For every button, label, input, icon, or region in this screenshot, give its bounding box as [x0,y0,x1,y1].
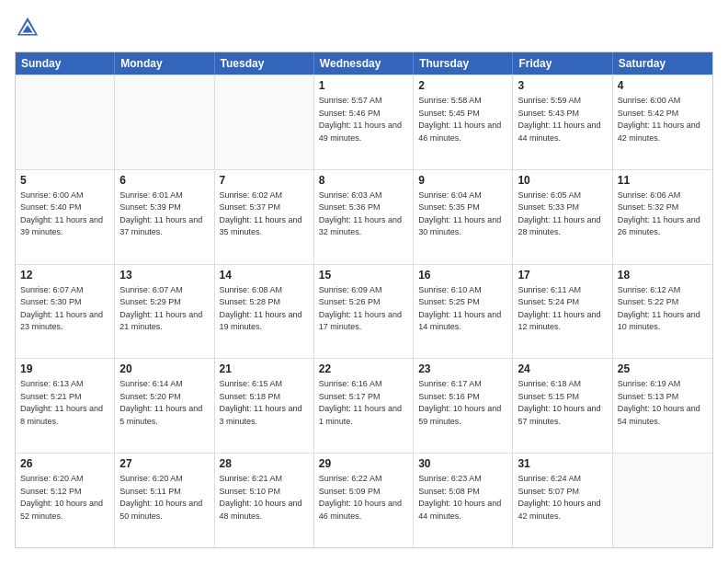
calendar-cell: 6Sunrise: 6:01 AMSunset: 5:39 PMDaylight… [115,170,214,264]
header-day-thursday: Thursday [414,52,513,75]
header-day-sunday: Sunday [16,52,115,75]
day-info: Sunrise: 6:04 AMSunset: 5:35 PMDaylight:… [418,190,507,239]
day-info: Sunrise: 6:21 AMSunset: 5:10 PMDaylight:… [220,473,309,523]
logo [15,15,44,40]
day-number: 18 [618,269,708,282]
day-info: Sunrise: 6:17 AMSunset: 5:16 PMDaylight:… [418,378,507,428]
day-number: 29 [319,457,408,470]
header-day-monday: Monday [115,52,214,75]
calendar-cell [215,75,314,169]
calendar-cell: 31Sunrise: 6:24 AMSunset: 5:07 PMDayligh… [513,454,612,547]
day-number: 11 [618,174,708,187]
calendar-cell: 25Sunrise: 6:19 AMSunset: 5:13 PMDayligh… [613,359,712,453]
calendar-cell: 19Sunrise: 6:13 AMSunset: 5:21 PMDayligh… [16,359,115,453]
day-info: Sunrise: 6:15 AMSunset: 5:18 PMDaylight:… [220,378,309,428]
day-info: Sunrise: 5:58 AMSunset: 5:45 PMDaylight:… [418,95,507,144]
calendar-cell: 13Sunrise: 6:07 AMSunset: 5:29 PMDayligh… [115,265,214,359]
day-number: 15 [319,269,408,282]
day-number: 25 [618,362,708,375]
day-number: 31 [518,457,607,470]
calendar-row-4: 26Sunrise: 6:20 AMSunset: 5:12 PMDayligh… [16,453,712,547]
day-info: Sunrise: 6:14 AMSunset: 5:20 PMDaylight:… [119,378,209,428]
calendar-row-2: 12Sunrise: 6:07 AMSunset: 5:30 PMDayligh… [16,264,712,359]
day-info: Sunrise: 6:22 AMSunset: 5:09 PMDaylight:… [319,473,408,523]
day-info: Sunrise: 6:07 AMSunset: 5:30 PMDaylight:… [20,284,109,334]
calendar-cell [16,75,115,169]
day-info: Sunrise: 6:13 AMSunset: 5:21 PMDaylight:… [20,378,109,428]
day-info: Sunrise: 6:20 AMSunset: 5:11 PMDaylight:… [119,473,209,523]
day-number: 26 [20,457,109,470]
calendar-row-3: 19Sunrise: 6:13 AMSunset: 5:21 PMDayligh… [16,358,712,453]
day-info: Sunrise: 5:59 AMSunset: 5:43 PMDaylight:… [518,95,607,144]
day-info: Sunrise: 6:18 AMSunset: 5:15 PMDaylight:… [518,378,607,428]
day-info: Sunrise: 6:08 AMSunset: 5:28 PMDaylight:… [220,284,309,334]
day-info: Sunrise: 6:09 AMSunset: 5:26 PMDaylight:… [319,284,408,334]
day-info: Sunrise: 6:03 AMSunset: 5:36 PMDaylight:… [319,190,408,239]
calendar-cell: 18Sunrise: 6:12 AMSunset: 5:22 PMDayligh… [613,265,712,359]
calendar-cell: 26Sunrise: 6:20 AMSunset: 5:12 PMDayligh… [16,454,115,547]
calendar-cell: 14Sunrise: 6:08 AMSunset: 5:28 PMDayligh… [215,265,314,359]
header [15,15,713,40]
calendar-cell: 24Sunrise: 6:18 AMSunset: 5:15 PMDayligh… [513,359,612,453]
day-info: Sunrise: 6:12 AMSunset: 5:22 PMDaylight:… [618,284,708,334]
calendar-cell: 20Sunrise: 6:14 AMSunset: 5:20 PMDayligh… [115,359,214,453]
header-day-friday: Friday [513,52,612,75]
day-number: 9 [418,174,507,187]
calendar-cell: 22Sunrise: 6:16 AMSunset: 5:17 PMDayligh… [314,359,414,453]
calendar-cell: 30Sunrise: 6:23 AMSunset: 5:08 PMDayligh… [414,454,513,547]
day-info: Sunrise: 6:00 AMSunset: 5:40 PMDaylight:… [20,190,109,239]
header-day-wednesday: Wednesday [314,52,414,75]
day-number: 24 [518,362,607,375]
day-info: Sunrise: 6:05 AMSunset: 5:33 PMDaylight:… [518,190,607,239]
day-info: Sunrise: 6:11 AMSunset: 5:24 PMDaylight:… [518,284,607,334]
calendar-cell [613,454,712,547]
calendar-cell: 28Sunrise: 6:21 AMSunset: 5:10 PMDayligh… [215,454,314,547]
calendar-cell: 21Sunrise: 6:15 AMSunset: 5:18 PMDayligh… [215,359,314,453]
day-number: 1 [319,79,408,92]
day-number: 8 [319,174,408,187]
day-number: 17 [518,269,607,282]
calendar-cell: 3Sunrise: 5:59 AMSunset: 5:43 PMDaylight… [513,75,612,169]
calendar-cell: 4Sunrise: 6:00 AMSunset: 5:42 PMDaylight… [613,75,712,169]
calendar-cell: 11Sunrise: 6:06 AMSunset: 5:32 PMDayligh… [613,170,712,264]
calendar-cell: 23Sunrise: 6:17 AMSunset: 5:16 PMDayligh… [414,359,513,453]
calendar-cell: 27Sunrise: 6:20 AMSunset: 5:11 PMDayligh… [115,454,214,547]
day-info: Sunrise: 6:10 AMSunset: 5:25 PMDaylight:… [418,284,507,334]
day-info: Sunrise: 6:06 AMSunset: 5:32 PMDaylight:… [618,190,708,239]
calendar-cell: 10Sunrise: 6:05 AMSunset: 5:33 PMDayligh… [513,170,612,264]
day-number: 20 [119,362,209,375]
page: SundayMondayTuesdayWednesdayThursdayFrid… [0,0,728,563]
day-number: 14 [220,269,309,282]
day-number: 13 [119,269,209,282]
calendar-cell: 9Sunrise: 6:04 AMSunset: 5:35 PMDaylight… [414,170,513,264]
day-info: Sunrise: 6:19 AMSunset: 5:13 PMDaylight:… [618,378,708,428]
calendar-cell [115,75,214,169]
calendar-header: SundayMondayTuesdayWednesdayThursdayFrid… [16,52,712,75]
header-day-tuesday: Tuesday [215,52,314,75]
calendar-cell: 15Sunrise: 6:09 AMSunset: 5:26 PMDayligh… [314,265,414,359]
day-number: 30 [418,457,507,470]
day-info: Sunrise: 5:57 AMSunset: 5:46 PMDaylight:… [319,95,408,144]
day-info: Sunrise: 6:02 AMSunset: 5:37 PMDaylight:… [220,190,309,239]
calendar-cell: 1Sunrise: 5:57 AMSunset: 5:46 PMDaylight… [314,75,414,169]
day-number: 22 [319,362,408,375]
calendar-cell: 17Sunrise: 6:11 AMSunset: 5:24 PMDayligh… [513,265,612,359]
calendar-row-1: 5Sunrise: 6:00 AMSunset: 5:40 PMDaylight… [16,169,712,264]
calendar-cell: 12Sunrise: 6:07 AMSunset: 5:30 PMDayligh… [16,265,115,359]
day-number: 27 [119,457,209,470]
logo-icon [15,15,40,40]
day-number: 3 [518,79,607,92]
calendar-cell: 16Sunrise: 6:10 AMSunset: 5:25 PMDayligh… [414,265,513,359]
calendar: SundayMondayTuesdayWednesdayThursdayFrid… [15,52,713,548]
day-number: 19 [20,362,109,375]
day-info: Sunrise: 6:07 AMSunset: 5:29 PMDaylight:… [119,284,209,334]
calendar-cell: 8Sunrise: 6:03 AMSunset: 5:36 PMDaylight… [314,170,414,264]
day-info: Sunrise: 6:23 AMSunset: 5:08 PMDaylight:… [418,473,507,523]
day-number: 10 [518,174,607,187]
day-number: 12 [20,269,109,282]
day-number: 6 [119,174,209,187]
day-number: 4 [618,79,708,92]
calendar-cell: 2Sunrise: 5:58 AMSunset: 5:45 PMDaylight… [414,75,513,169]
day-info: Sunrise: 6:00 AMSunset: 5:42 PMDaylight:… [618,95,708,144]
header-day-saturday: Saturday [613,52,712,75]
